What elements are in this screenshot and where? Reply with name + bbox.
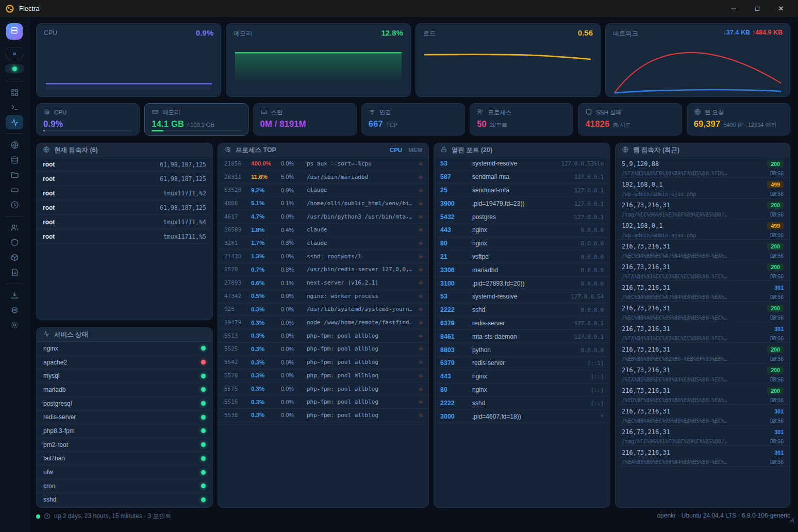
tab-mem-sort[interactable]: MEM	[408, 147, 422, 153]
service-row: mysql	[37, 369, 212, 383]
kill-process-icon[interactable]: ☠	[415, 213, 423, 220]
port-service: ,pid=4607,fd=18))	[472, 413, 597, 420]
kill-process-icon[interactable]: ☠	[415, 398, 423, 405]
sidebar-item-logs[interactable]	[6, 265, 23, 279]
process-mem: 0.9%	[281, 187, 304, 193]
processes-list: 21856 400.0% 0.0% ps aux --sort=-%cpu ☠ …	[218, 157, 428, 422]
service-status-dot	[201, 415, 206, 420]
kill-process-icon[interactable]: ☠	[415, 345, 423, 352]
connection-source: tmux11711,%2	[163, 190, 206, 197]
web-visitor-row: 5,9,120,88 200 /%EA%B3%A0%EB%A0%B9%EA%B5…	[616, 157, 790, 178]
stat-value: 14.1 GB	[152, 119, 184, 129]
kill-process-icon[interactable]: ☠	[415, 174, 423, 180]
port-service: mariadbd	[472, 267, 578, 274]
process-command: claude	[307, 240, 412, 246]
sidebar-item-schedule[interactable]	[6, 197, 23, 212]
sidebar-item-downloads[interactable]	[6, 288, 23, 302]
cpu-chip-icon	[10, 306, 19, 314]
tab-cpu-sort[interactable]: CPU	[390, 147, 402, 153]
cpu-chip-icon	[43, 108, 51, 117]
connection-user: root	[43, 175, 55, 182]
port-number: 3900	[440, 200, 469, 207]
sidebar-item-storage[interactable]	[6, 182, 23, 197]
kill-process-icon[interactable]: ☠	[415, 319, 423, 326]
port-number: 6379	[440, 359, 469, 367]
stat-suffix: 20포트	[490, 121, 507, 129]
divider	[6, 216, 23, 217]
port-number: 6379	[440, 320, 469, 327]
sidebar-item-security[interactable]	[6, 235, 23, 250]
sidebar-item-terminal[interactable]	[6, 100, 23, 114]
kill-process-icon[interactable]: ☠	[415, 253, 423, 260]
stat-card-cpu[interactable]: CPU 0.9%	[36, 103, 140, 136]
port-number: 2222	[440, 400, 469, 407]
terminal-icon	[10, 103, 19, 112]
kill-process-icon[interactable]: ☠	[415, 359, 423, 365]
visitor-time: 08:56	[770, 170, 784, 176]
connection-row: root 61,98,187,125	[37, 172, 212, 186]
stat-card-processes[interactable]: 프로세스 5020포트	[470, 103, 573, 136]
stat-card-connections[interactable]: 연결 667TCP	[361, 103, 465, 136]
port-service: redis-server	[472, 359, 584, 367]
chevrons-right-icon: »	[12, 49, 16, 57]
kill-process-icon[interactable]: ☠	[415, 279, 423, 286]
stat-card-memory[interactable]: 메모리 14.1 GB/ 109.9 GB	[144, 103, 248, 136]
kill-process-icon[interactable]: ☠	[415, 240, 423, 246]
port-service: postgres	[472, 213, 571, 221]
stat-card-ssh-failures[interactable]: SSH 실패 41826총 시도	[578, 103, 681, 136]
status-toggle[interactable]	[5, 64, 24, 73]
stat-card-swap[interactable]: 스왑 0M / 8191M	[253, 103, 357, 136]
sidebar-expand-button[interactable]: »	[6, 47, 23, 59]
charts-row: CPU 0.9% 메모리 12.8%	[36, 23, 790, 97]
download-icon	[10, 291, 19, 300]
load-sparkline	[416, 24, 600, 96]
close-button[interactable]: ✕	[769, 0, 793, 17]
sidebar-item-dashboard[interactable]	[6, 85, 23, 99]
sidebar-item-settings[interactable]	[6, 318, 23, 332]
service-row: ufw	[37, 466, 212, 479]
port-address: 127.0.0.1	[574, 320, 604, 326]
sidebar-item-packages[interactable]	[6, 250, 23, 264]
kill-process-icon[interactable]: ☠	[415, 226, 423, 233]
services-panel-header: 서비스 상태	[37, 328, 212, 342]
process-command: /usr/bin/redis-server 127,0,0,…	[307, 266, 412, 273]
process-row: 16589 1.8% 0.4% claude ☠	[218, 223, 428, 237]
app-launcher-button[interactable]	[6, 23, 23, 40]
visitor-ip: 192,168,0,1	[622, 181, 767, 188]
kill-process-icon[interactable]: ☠	[415, 200, 423, 207]
visitor-url: /%EA%B4%91%EC%A3%BC%EC%88%90-%EC%…	[622, 336, 770, 341]
kill-process-icon[interactable]: ☠	[415, 372, 423, 379]
service-name: nginx	[43, 345, 58, 352]
sidebar-item-users[interactable]	[6, 220, 23, 235]
stat-card-web-requests[interactable]: 웹 요청 69,3975400 IP · 12914 에러	[687, 103, 790, 136]
kill-process-icon[interactable]: ☠	[415, 386, 423, 392]
connection-user: root	[43, 219, 55, 226]
kill-process-icon[interactable]: ☠	[415, 187, 423, 193]
kill-process-icon[interactable]: ☠	[415, 266, 423, 273]
kill-process-icon[interactable]: ☠	[415, 332, 423, 339]
connection-user: root	[43, 204, 55, 211]
port-number: 443	[440, 373, 469, 380]
process-cpu: 1.8%	[251, 227, 278, 233]
sidebar-item-system[interactable]	[6, 303, 23, 317]
process-mem: 0.8%	[281, 267, 304, 273]
service-name: mysql	[43, 372, 59, 379]
process-row: 5516 0.3% 0.0% php-fpm: pool allblog ☠	[218, 395, 428, 409]
kill-process-icon[interactable]: ☠	[415, 293, 423, 300]
sidebar-item-database[interactable]	[6, 153, 23, 167]
process-pid: 1570	[224, 266, 248, 273]
kill-process-icon[interactable]: ☠	[415, 160, 423, 167]
process-mem: 0.0%	[281, 213, 304, 220]
sidebar-item-monitoring[interactable]	[6, 115, 23, 129]
kill-process-icon[interactable]: ☠	[415, 412, 423, 419]
maximize-button[interactable]: □	[745, 0, 769, 17]
sidebar-item-files[interactable]	[6, 168, 23, 182]
service-status-dot	[201, 456, 206, 461]
port-row: 8461 mta-sts-daemon 127.0.0.1	[434, 330, 610, 343]
swap-disk-icon	[260, 108, 268, 117]
resize-grip[interactable]	[787, 516, 794, 524]
sidebar-item-network[interactable]	[6, 138, 23, 152]
kill-process-icon[interactable]: ☠	[415, 306, 423, 312]
visitor-url: /tag/%EC%96%91%ED%8F%89%EA%B5%B0/…	[622, 439, 770, 444]
minimize-button[interactable]: ─	[722, 0, 745, 17]
